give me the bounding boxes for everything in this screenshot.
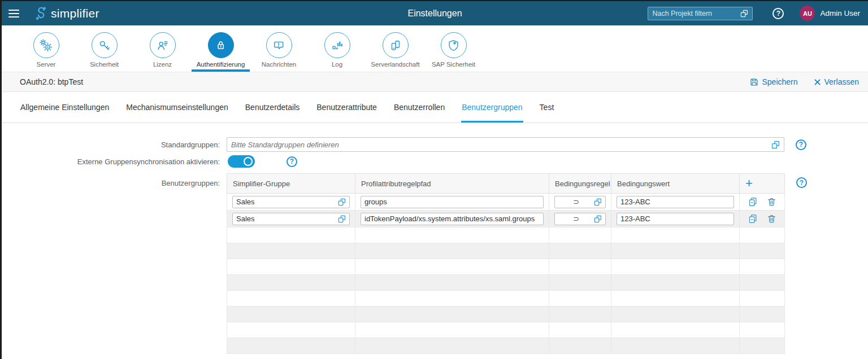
settings-category-strip: Server Sicherheit Lizenz bbox=[2, 25, 868, 72]
column-header-value: Bedingungswert bbox=[611, 174, 740, 194]
empty-table-row bbox=[227, 243, 785, 259]
value-help-icon[interactable] bbox=[338, 198, 346, 206]
help-icon[interactable]: ? bbox=[796, 177, 807, 188]
value-help-icon[interactable] bbox=[594, 215, 602, 223]
empty-cell bbox=[740, 307, 785, 322]
value-field[interactable] bbox=[617, 213, 734, 225]
trash-icon bbox=[767, 197, 776, 207]
bar-chart-icon bbox=[329, 38, 345, 53]
empty-cell bbox=[611, 243, 740, 259]
help-icon[interactable]: ? bbox=[772, 8, 784, 19]
project-filter-input[interactable] bbox=[652, 10, 740, 17]
leave-button[interactable]: Verlassen bbox=[814, 77, 859, 86]
toolbar-item-label: Log bbox=[332, 61, 342, 68]
empty-cell bbox=[549, 291, 611, 307]
rule-symbol: ⊃ bbox=[558, 198, 594, 206]
path-field[interactable] bbox=[361, 196, 544, 208]
user-groups-row: Benutzergruppen: Simplifier-Gruppe Profi… bbox=[2, 173, 868, 354]
copy-row-button[interactable] bbox=[748, 214, 758, 224]
user-name: Admin User bbox=[820, 9, 860, 17]
empty-cell bbox=[227, 259, 355, 275]
tab-benutzerdetails[interactable]: Benutzerdetails bbox=[245, 92, 301, 122]
value-help-icon[interactable] bbox=[771, 141, 780, 149]
delete-row-button[interactable] bbox=[767, 214, 776, 224]
app-logo[interactable]: simplifier bbox=[32, 6, 99, 21]
app-name: simplifier bbox=[51, 7, 99, 20]
standard-groups-label: Standardgruppen: bbox=[2, 141, 227, 149]
help-icon[interactable]: ? bbox=[287, 156, 297, 167]
external-sync-toggle[interactable] bbox=[228, 155, 255, 168]
save-button[interactable]: Speichern bbox=[750, 77, 797, 86]
toolbar-item-sap-sicherheit[interactable]: SAP Sicherheit bbox=[424, 25, 483, 72]
toolbar-item-serverlandschaft[interactable]: Serverlandschaft bbox=[366, 25, 424, 72]
empty-cell bbox=[227, 291, 355, 307]
empty-cell bbox=[740, 322, 785, 338]
external-sync-row: Externe Gruppensynchronisation aktiviere… bbox=[2, 155, 868, 168]
empty-cell bbox=[549, 307, 611, 322]
empty-cell bbox=[549, 338, 611, 354]
empty-cell bbox=[355, 338, 549, 354]
help-icon[interactable]: ? bbox=[796, 139, 806, 150]
group-input[interactable] bbox=[236, 198, 338, 206]
table-row: ⊃ bbox=[227, 211, 785, 227]
empty-cell bbox=[355, 275, 549, 291]
toolbar-item-label: Authentifizierung bbox=[197, 61, 245, 68]
tab-content: Standardgruppen: ? Externe Gruppensynchr… bbox=[2, 123, 868, 354]
copy-row-button[interactable] bbox=[748, 197, 758, 207]
empty-table-row bbox=[227, 291, 785, 307]
rule-field[interactable]: ⊃ bbox=[554, 196, 606, 208]
value-help-icon[interactable] bbox=[594, 198, 602, 206]
column-header-path: Profilattributregelpfad bbox=[355, 174, 549, 194]
path-input[interactable] bbox=[364, 198, 540, 206]
toolbar-item-nachrichten[interactable]: Nachrichten bbox=[250, 25, 308, 72]
key-icon bbox=[97, 38, 112, 53]
hamburger-menu-icon[interactable] bbox=[8, 10, 19, 17]
empty-table-row bbox=[227, 307, 785, 322]
standard-groups-field[interactable] bbox=[227, 137, 784, 152]
delete-row-button[interactable] bbox=[767, 197, 776, 207]
group-input[interactable] bbox=[236, 214, 338, 223]
toolbar-item-label: Serverlandschaft bbox=[371, 61, 419, 68]
empty-cell bbox=[611, 338, 740, 354]
toolbar-item-authentifizierung[interactable]: Authentifizierung bbox=[192, 25, 250, 72]
empty-cell bbox=[355, 307, 549, 322]
add-row-button[interactable]: + bbox=[745, 177, 753, 190]
empty-table-row bbox=[227, 322, 785, 338]
value-input[interactable] bbox=[620, 214, 730, 223]
value-input[interactable] bbox=[620, 198, 730, 206]
tab-benutzerattribute[interactable]: Benutzerattribute bbox=[316, 92, 377, 122]
empty-cell bbox=[549, 227, 611, 243]
project-filter-field[interactable] bbox=[648, 7, 753, 20]
value-help-icon[interactable] bbox=[338, 215, 346, 223]
toolbar-item-log[interactable]: Log bbox=[308, 25, 366, 72]
path-input[interactable] bbox=[364, 214, 540, 223]
avatar[interactable]: AU bbox=[800, 6, 815, 21]
group-field[interactable] bbox=[232, 196, 350, 208]
tab-allgemeine-einstellungen[interactable]: Allgemeine Einstellungen bbox=[20, 92, 110, 122]
toolbar-item-lizenz[interactable]: Lizenz bbox=[133, 25, 192, 72]
tab-test[interactable]: Test bbox=[539, 92, 555, 122]
group-field[interactable] bbox=[232, 213, 350, 225]
empty-cell bbox=[227, 307, 355, 322]
top-bar: simplifier Einstellungen ? AU Admin User bbox=[2, 1, 868, 25]
path-field[interactable] bbox=[361, 213, 544, 225]
rule-symbol: ⊃ bbox=[558, 214, 594, 223]
value-help-icon[interactable] bbox=[740, 10, 748, 17]
toolbar-item-label: Server bbox=[37, 61, 56, 68]
column-header-group: Simplifier-Gruppe bbox=[227, 174, 355, 194]
empty-cell bbox=[549, 243, 611, 259]
toggle-knob bbox=[244, 157, 253, 166]
standard-groups-input[interactable] bbox=[231, 141, 771, 149]
rule-field[interactable]: ⊃ bbox=[554, 213, 606, 225]
toolbar-item-label: Lizenz bbox=[153, 61, 172, 68]
tab-mechanismumseinstellungen[interactable]: Mechanismumseinstellungen bbox=[125, 92, 229, 122]
toolbar-item-sicherheit[interactable]: Sicherheit bbox=[75, 25, 133, 72]
tab-benutzerrollen[interactable]: Benutzerrollen bbox=[393, 92, 445, 122]
empty-cell bbox=[549, 322, 611, 338]
toolbar-item-server[interactable]: Server bbox=[17, 25, 75, 72]
app-window: simplifier Einstellungen ? AU Admin User bbox=[0, 0, 868, 359]
tab-benutzergruppen[interactable]: Benutzergruppen bbox=[461, 92, 523, 122]
external-sync-label: Externe Gruppensynchronisation aktiviere… bbox=[2, 157, 227, 166]
value-field[interactable] bbox=[617, 196, 734, 208]
empty-table-row bbox=[227, 275, 785, 291]
